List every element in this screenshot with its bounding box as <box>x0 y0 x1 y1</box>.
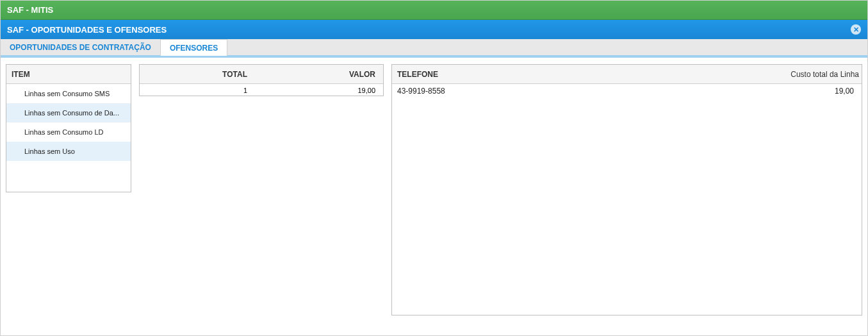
phones-header-cost: Custo total da Linha <box>759 66 862 83</box>
items-panel: ITEM Linhas sem Consumo SMS Linhas sem C… <box>6 64 131 192</box>
section-header: SAF - OPORTUNIDADES E OFENSORES ✕ <box>1 20 867 39</box>
list-item[interactable]: Linhas sem Consumo LD <box>6 122 131 142</box>
phones-header-row: TELEFONE Custo total da Linha <box>392 65 862 84</box>
totals-header-row: TOTAL VALOR <box>140 65 383 84</box>
list-item[interactable]: Linhas sem Consumo de Da... <box>6 103 131 122</box>
totals-header-total: TOTAL <box>140 66 255 83</box>
items-header-row: ITEM <box>6 65 131 84</box>
app-title-bar: SAF - MITIS <box>1 1 867 20</box>
phones-panel: TELEFONE Custo total da Linha 43-9919-85… <box>391 64 862 315</box>
section-title: SAF - OPORTUNIDADES E OFENSORES <box>7 25 167 35</box>
totals-header-valor: VALOR <box>255 66 383 83</box>
content-area: ITEM Linhas sem Consumo SMS Linhas sem C… <box>1 58 867 322</box>
phones-header-telefone: TELEFONE <box>392 66 759 83</box>
phone-number: 43-9919-8558 <box>397 87 754 96</box>
app-title: SAF - MITIS <box>7 5 53 15</box>
totals-value-valor: 19,00 <box>255 83 383 98</box>
tabs-row: OPORTUNIDADES DE CONTRATAÇÃO OFENSORES <box>1 39 867 58</box>
list-item[interactable]: Linhas sem Consumo SMS <box>6 84 131 103</box>
items-header: ITEM <box>6 66 131 83</box>
totals-panel: TOTAL VALOR 1 19,00 <box>139 64 384 96</box>
list-item[interactable]: Linhas sem Uso <box>6 142 131 161</box>
tab-oportunidades[interactable]: OPORTUNIDADES DE CONTRATAÇÃO <box>1 39 160 55</box>
close-icon[interactable]: ✕ <box>851 24 861 35</box>
tab-ofensores[interactable]: OFENSORES <box>160 39 227 56</box>
table-row[interactable]: 43-9919-8558 19,00 <box>392 84 862 98</box>
totals-body-row: 1 19,00 <box>140 84 383 97</box>
totals-value-total: 1 <box>140 83 255 98</box>
phone-cost: 19,00 <box>754 87 856 96</box>
